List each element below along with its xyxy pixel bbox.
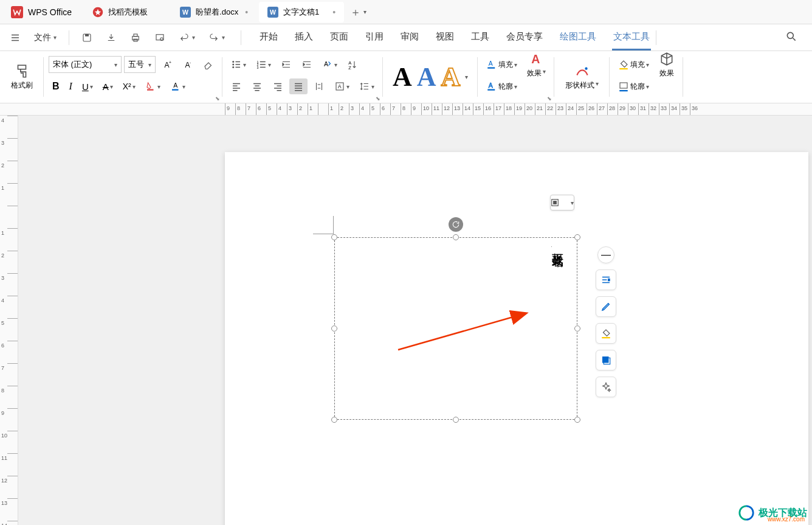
group-launcher[interactable]: ⬊ — [215, 96, 220, 102]
svg-point-22 — [232, 61, 234, 63]
font-size-select[interactable]: 五号▾ — [124, 56, 156, 73]
highlight-icon — [145, 81, 156, 92]
svg-rect-9 — [134, 34, 137, 37]
tab-insert[interactable]: 插入 — [294, 25, 314, 50]
strikethrough-button[interactable]: A▾ — [99, 79, 117, 94]
chevron-down-icon[interactable]: ▾ — [465, 74, 468, 80]
collapse-tools-button[interactable]: — — [597, 246, 614, 263]
resize-handle[interactable] — [574, 234, 580, 240]
rotate-handle[interactable] — [449, 217, 463, 232]
line-spacing-button[interactable]: ▾ — [356, 78, 378, 94]
sort-button[interactable]: AZ — [343, 57, 362, 72]
decrease-font-button[interactable]: A- — [179, 57, 197, 72]
shape-style-button[interactable]: 形状样式▾ — [559, 54, 605, 100]
wordart-style-3[interactable]: A — [441, 61, 461, 92]
increase-indent-button[interactable] — [298, 57, 316, 72]
layout-options-button[interactable]: ▾ — [550, 195, 574, 210]
chevron-down-icon: ▾ — [571, 200, 574, 206]
highlight-button[interactable]: ▾ — [142, 78, 164, 94]
search-button[interactable] — [776, 30, 807, 45]
numbering-button[interactable]: 123▾ — [252, 57, 275, 72]
save-button[interactable] — [77, 29, 97, 47]
document-canvas[interactable]: ▾ 极光下载站 — — [18, 116, 812, 525]
edit-tool[interactable] — [596, 296, 616, 317]
tab-view[interactable]: 视图 — [435, 25, 455, 50]
tab-review[interactable]: 审阅 — [399, 25, 420, 50]
svg-text:Z: Z — [348, 65, 351, 71]
textbox-text[interactable]: 极光下载站 — [550, 244, 566, 247]
text-effect-icon: A — [529, 51, 545, 67]
tab-doc-2[interactable]: W 文字文稿1 • — [259, 2, 344, 23]
svg-text:A: A — [489, 60, 493, 67]
wordart-gallery[interactable]: A A A ▾ — [388, 61, 473, 92]
outline-label: 轮廓 — [498, 82, 513, 92]
bullets-icon — [231, 59, 242, 70]
resize-handle[interactable] — [453, 234, 459, 240]
tab-page[interactable]: 页面 — [329, 25, 349, 50]
align-left-button[interactable] — [227, 78, 246, 94]
clear-format-button[interactable] — [199, 57, 218, 72]
svg-rect-37 — [488, 89, 495, 91]
tab-doc-1[interactable]: W 盼望着.docx • — [171, 2, 256, 23]
group-launcher[interactable]: ⬊ — [376, 96, 380, 102]
shadow-tool[interactable] — [596, 350, 616, 370]
font-name-select[interactable]: 宋体 (正文)▾ — [49, 56, 122, 73]
print-button[interactable] — [125, 29, 146, 47]
distribute-button[interactable] — [310, 78, 328, 94]
export-button[interactable] — [101, 29, 122, 47]
text-wrap-tool[interactable] — [596, 269, 616, 290]
shape-outline-button[interactable]: 轮廓▾ — [614, 78, 653, 94]
text-outline-button[interactable]: A轮廓▾ — [483, 78, 521, 94]
shape-fill-button[interactable]: 填充▾ — [614, 57, 653, 72]
vertical-ruler[interactable]: 43211234567891011121314 — [0, 116, 18, 525]
bullets-button[interactable]: ▾ — [227, 57, 250, 72]
tab-ref[interactable]: 引用 — [364, 25, 385, 50]
bold-button[interactable]: B — [49, 78, 63, 94]
align-right-icon — [272, 81, 283, 92]
text-fill-button[interactable]: A填充▾ — [483, 57, 521, 72]
magic-tool[interactable] — [596, 377, 616, 397]
format-painter-button[interactable]: 格式刷 — [5, 54, 39, 100]
underline-button[interactable]: U▾ — [78, 79, 97, 94]
fill-tool[interactable] — [596, 323, 616, 344]
tab-text-tools[interactable]: 文本工具 — [612, 25, 651, 50]
resize-handle[interactable] — [331, 325, 337, 332]
hamburger-menu[interactable] — [5, 29, 26, 47]
tab-label: 文字文稿1 — [283, 7, 319, 18]
svg-text:3: 3 — [257, 66, 259, 69]
resize-handle[interactable] — [331, 417, 337, 423]
save-icon — [81, 32, 92, 43]
file-menu[interactable]: 文件 ▾ — [29, 29, 61, 47]
font-color-button[interactable]: A▾ — [167, 78, 189, 94]
print-preview-button[interactable] — [150, 29, 170, 47]
decrease-indent-button[interactable] — [277, 57, 295, 72]
horizontal-ruler[interactable]: 9876543211234567891011121314151617181920… — [0, 103, 812, 116]
wordart-style-1[interactable]: A — [393, 61, 412, 92]
tab-tools[interactable]: 工具 — [470, 25, 490, 50]
resize-handle[interactable] — [453, 417, 459, 423]
increase-font-button[interactable]: A+ — [158, 57, 176, 72]
tab-start[interactable]: 开始 — [258, 25, 279, 50]
resize-handle[interactable] — [331, 234, 337, 240]
char-scale-button[interactable]: A▾ — [318, 57, 341, 72]
align-center-button[interactable] — [248, 78, 266, 94]
resize-handle[interactable] — [574, 325, 580, 332]
svg-point-13 — [787, 32, 793, 38]
resize-handle[interactable] — [574, 417, 580, 423]
decrease-font-icon: A- — [182, 59, 193, 70]
italic-button[interactable]: I — [66, 78, 76, 94]
group-launcher[interactable]: ⬊ — [547, 96, 552, 102]
new-tab-button[interactable]: ＋ ▾ — [345, 5, 371, 19]
layout-icon — [551, 198, 559, 207]
svg-rect-43 — [553, 201, 557, 204]
redo-button[interactable]: ▾ — [204, 29, 230, 47]
tab-templates[interactable]: 找稻壳模板 — [84, 2, 169, 23]
chevron-down-icon: ▾ — [514, 61, 517, 68]
superscript-button[interactable]: X²▾ — [119, 79, 139, 94]
align-right-button[interactable] — [269, 78, 287, 94]
tab-drawing-tools[interactable]: 绘图工具 — [559, 25, 597, 50]
undo-button[interactable]: ▾ — [174, 29, 200, 47]
text-direction-button[interactable]: A▾ — [331, 78, 353, 94]
align-justify-button[interactable] — [289, 78, 308, 94]
wordart-style-2[interactable]: A — [417, 61, 436, 92]
